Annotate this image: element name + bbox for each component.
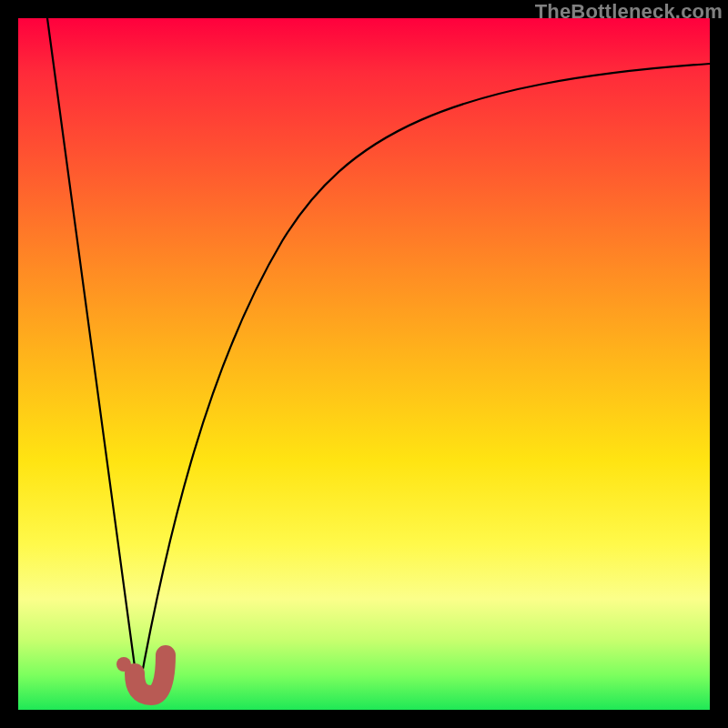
marker-dot (116, 657, 131, 672)
chart-frame: TheBottleneck.com (0, 0, 728, 728)
curve-right-rise (138, 64, 710, 693)
chart-svg (18, 18, 710, 710)
watermark-text: TheBottleneck.com (535, 0, 723, 24)
curve-left-descent (47, 18, 138, 693)
marker-check (135, 655, 166, 695)
plot-area (18, 18, 710, 710)
